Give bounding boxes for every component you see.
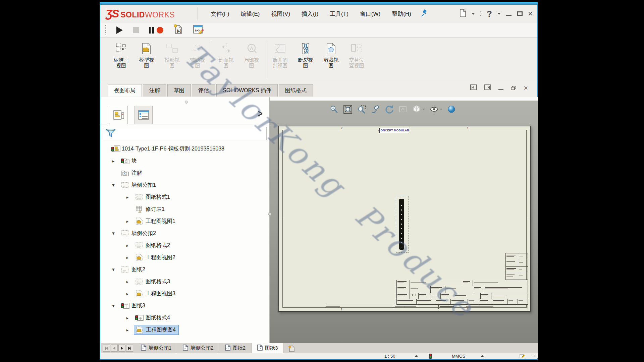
menu-item-1[interactable]: 编辑(E) — [237, 8, 263, 20]
menu-item-0[interactable]: 文件(F) — [207, 8, 233, 20]
first-sheet-button[interactable] — [103, 345, 110, 352]
menu-item-5[interactable]: 窗口(W) — [357, 8, 384, 20]
sheet-tab-1[interactable]: 墙侧公扣1 — [135, 343, 177, 353]
tree-expand-arrow-icon[interactable]: ▸ — [125, 315, 130, 320]
tree-expand-arrow-icon[interactable]: ▸ — [125, 195, 130, 200]
record-pause-macro-icon[interactable] — [149, 27, 163, 34]
tree-item[interactable]: ▾墙侧公扣1 — [101, 179, 269, 191]
document-close-button[interactable]: × — [524, 85, 528, 91]
minimize-button[interactable] — [506, 15, 512, 16]
resize-grip[interactable] — [531, 353, 535, 359]
tree-item[interactable]: ▸工程图视图2 — [101, 251, 269, 263]
tree-expand-arrow-icon[interactable]: ▸ — [125, 279, 130, 284]
maximize-button[interactable] — [517, 11, 523, 16]
tab-sketch[interactable]: 草图 — [167, 84, 191, 97]
document-restore-button[interactable] — [511, 86, 516, 90]
new-document-dropdown-icon[interactable] — [472, 13, 475, 15]
help-icon[interactable]: ? — [487, 9, 492, 18]
tab-sheet-format[interactable]: 图纸格式 — [279, 84, 313, 97]
last-sheet-button[interactable] — [126, 345, 133, 352]
tab-view-layout[interactable]: 视图布局 — [108, 84, 142, 97]
units-dropdown-icon[interactable] — [481, 353, 484, 359]
tab-solidworks-addins[interactable]: SOLIDWORKS 插件 — [216, 84, 278, 97]
property-manager-tab[interactable] — [135, 106, 153, 124]
edit-macro-icon[interactable]: {▸} — [193, 24, 204, 36]
panel-collapse-handle[interactable] — [185, 101, 188, 104]
tree-item[interactable]: ▾图纸3 — [101, 300, 269, 312]
sheet-tab-4[interactable]: 图纸3 — [251, 343, 283, 353]
scale-dropdown-icon[interactable] — [415, 353, 418, 359]
tree-root-item[interactable]: 1014-Type1-1F-P6-钢板切割-20193516038 — [101, 143, 269, 155]
menu-item-4[interactable]: 工具(T) — [326, 8, 352, 20]
sheet-tab-3[interactable]: 图纸2 — [219, 343, 251, 353]
new-document-icon[interactable] — [460, 9, 466, 19]
feature-manager-tab[interactable] — [110, 106, 128, 124]
tree-filter-bar[interactable] — [103, 127, 267, 140]
panel-expand-chevron-icon[interactable]: > — [258, 107, 262, 120]
ribbon-button-standard-3-view[interactable]: 标准三视图 — [108, 40, 134, 68]
collapse-pane-left-icon[interactable] — [470, 84, 477, 92]
view-settings-icon[interactable] — [447, 105, 456, 114]
tree-expand-arrow-icon[interactable]: ▸ — [125, 291, 130, 296]
close-button[interactable]: × — [528, 10, 533, 18]
tree-expand-arrow-icon[interactable]: ▸ — [125, 243, 130, 248]
add-sheet-button[interactable] — [283, 343, 300, 353]
zoom-pan-icon[interactable] — [329, 105, 339, 114]
drawing-viewport[interactable]: 2 1 2 1 CONCEPT MODULAR — [270, 101, 538, 343]
menu-item-2[interactable]: 视图(V) — [268, 8, 293, 20]
units-value[interactable]: MMGS — [452, 353, 465, 359]
document-minimize-button[interactable] — [498, 89, 503, 90]
ribbon-button-break-view[interactable]: 断裂视图 — [293, 40, 318, 68]
toolbar-options-dots-icon[interactable] — [480, 11, 481, 16]
tree-expand-arrow-icon[interactable]: ▸ — [125, 327, 130, 333]
pin-icon[interactable] — [421, 9, 427, 18]
tree-expand-arrow-icon[interactable]: ▸ — [125, 219, 130, 224]
help-dropdown-icon[interactable] — [497, 13, 501, 15]
tree-expand-arrow-icon[interactable]: ▾ — [111, 266, 116, 273]
ribbon-button-crop-view[interactable]: 剪裁视图 — [318, 40, 344, 68]
expand-pane-right-icon[interactable] — [484, 84, 491, 92]
display-style-dropdown-icon[interactable] — [422, 109, 425, 110]
tree-item[interactable]: ▸图纸格式2 — [101, 239, 269, 251]
zoom-to-area-icon[interactable] — [357, 105, 366, 114]
previous-view-icon[interactable] — [371, 105, 380, 114]
rotate-view-icon[interactable] — [384, 105, 394, 114]
revision-table[interactable] — [505, 253, 528, 280]
tree-expand-arrow-icon[interactable]: ▾ — [111, 230, 116, 236]
tree-item[interactable]: ▾墙侧公扣2 — [101, 227, 269, 239]
tree-expand-arrow-icon[interactable]: ▾ — [111, 182, 116, 188]
run-macro-icon[interactable] — [116, 26, 123, 34]
hide-show-items-icon[interactable] — [429, 105, 442, 114]
toolbar-grip[interactable] — [105, 25, 106, 35]
tab-annotation[interactable]: 注解 — [143, 84, 166, 97]
steel-plate-part[interactable] — [399, 199, 404, 250]
tree-expand-arrow-icon[interactable]: ▸ — [125, 255, 130, 260]
tab-evaluate[interactable]: 评估 — [192, 84, 215, 97]
drawing-sheet[interactable]: 2 1 2 1 CONCEPT MODULAR — [278, 126, 531, 312]
sheet-header-box[interactable]: CONCEPT MODULAR — [379, 128, 408, 133]
tree-item[interactable]: ▸图纸格式3 — [101, 276, 269, 288]
next-sheet-button[interactable] — [118, 345, 125, 352]
tree-item[interactable]: ▸图纸格式4 — [101, 312, 269, 324]
tree-item[interactable]: ▾图纸2 — [101, 263, 269, 276]
tree-item[interactable]: ▸图纸格式1 — [101, 191, 269, 203]
previous-sheet-button[interactable] — [111, 345, 118, 352]
edit-sheet-icon[interactable] — [520, 353, 526, 359]
ribbon-button-model-view[interactable]: 模型视图 — [134, 40, 159, 68]
tree-item[interactable]: ▸块 — [101, 155, 269, 167]
tree-item[interactable]: !修订表1 — [101, 203, 269, 215]
tree-item[interactable]: ▸工程图视图1 — [101, 215, 269, 227]
panel-splitter-handle[interactable] — [268, 212, 271, 216]
hide-show-items-dropdown-icon[interactable] — [440, 109, 442, 110]
tree-item[interactable]: ▸工程图视图3 — [101, 288, 269, 300]
zoom-to-fit-icon[interactable] — [343, 105, 353, 114]
sheet-scale-value[interactable]: 1 : 50 — [384, 353, 395, 359]
tree-item[interactable]: A注解 — [101, 167, 269, 179]
tree-expand-arrow-icon[interactable]: ▾ — [111, 303, 116, 309]
tree-expand-arrow-icon[interactable]: ▸ — [111, 159, 116, 164]
new-macro-icon[interactable]: {▸} — [173, 24, 183, 36]
tree-item[interactable]: ▸工程图视图4 — [101, 324, 269, 336]
sheet-tab-2[interactable]: 墙侧公扣2 — [177, 343, 219, 353]
menu-item-6[interactable]: 帮助(H) — [388, 8, 415, 20]
menu-item-3[interactable]: 插入(I) — [298, 8, 322, 20]
